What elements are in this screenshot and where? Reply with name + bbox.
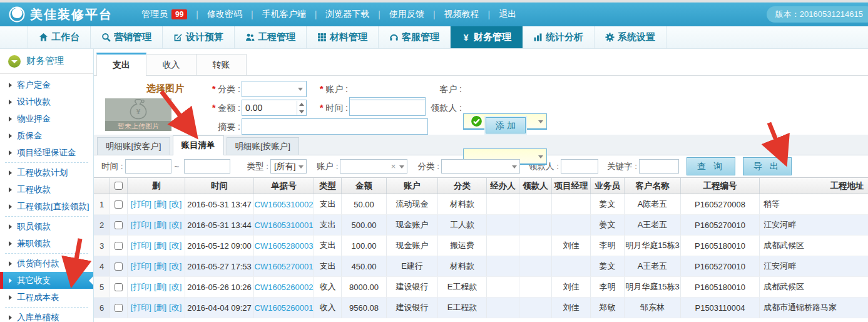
row-checkbox[interactable] [115, 304, 123, 312]
tab-支出[interactable]: 支出 [96, 53, 146, 76]
type-select[interactable]: [所有] [270, 159, 307, 174]
sidebar-item-质保金[interactable]: 质保金 [0, 127, 93, 144]
row-checkbox[interactable] [115, 242, 123, 250]
doc-number-link[interactable]: CW1605310001 [255, 221, 314, 230]
row-checkbox[interactable] [115, 221, 123, 229]
row-checkbox[interactable] [115, 262, 123, 271]
subtab-账目清单[interactable]: 账目清单 [173, 135, 224, 155]
sidebar-item-工程收款计划[interactable]: 工程收款计划 [0, 164, 93, 181]
nav-item-label: 材料管理 [330, 31, 367, 43]
sidebar-item-供货商付款[interactable]: 供货商付款 [0, 255, 93, 272]
notification-badge[interactable]: 99 [171, 9, 187, 19]
sidebar-item-入库单稽核[interactable]: 入库单稽核 [0, 309, 93, 322]
range-separator: ~ [175, 162, 180, 171]
edit-link[interactable]: [改] [169, 281, 181, 293]
doc-number-link[interactable]: CW1605280003 [255, 241, 314, 251]
delete-link[interactable]: [删] [154, 281, 166, 293]
app-logo[interactable]: 美佳装修平台 [9, 6, 113, 23]
topbar-link-视频教程[interactable]: 视频教程 [444, 9, 479, 20]
topbar-link-使用反馈[interactable]: 使用反馈 [389, 9, 424, 20]
nav-item-统计分析[interactable]: 统计分析 [523, 26, 595, 48]
cell-operator [487, 236, 519, 256]
admin-entry[interactable]: 管理员 99 [141, 9, 187, 20]
collapse-icon[interactable] [8, 55, 21, 68]
tab-收入[interactable]: 收入 [146, 54, 197, 75]
nav-item-财务管理[interactable]: ¥财务管理 [451, 26, 523, 48]
sidebar-item-设计收款[interactable]: 设计收款 [0, 93, 93, 110]
delete-link[interactable]: [删] [154, 199, 166, 210]
topbar-link-修改密码[interactable]: 修改密码 [207, 9, 242, 20]
edit-link[interactable]: [改] [169, 219, 181, 231]
nav-item-工程管理[interactable]: 工程管理 [235, 26, 307, 48]
cell-operator [487, 277, 519, 298]
subtab-明细账[按账户][interactable]: 明细账[按账户] [227, 137, 300, 155]
edit-link[interactable]: [改] [169, 240, 181, 251]
delete-link[interactable]: [删] [154, 219, 166, 231]
account-filter-select[interactable]: × [340, 159, 407, 174]
nav-item-营销管理[interactable]: 营销管理 [91, 26, 163, 48]
cell-customer: A王老五 [625, 256, 681, 277]
sidebar-item-工程收款[interactable]: 工程收款 [0, 181, 93, 198]
nav-item-设计预算[interactable]: 设计预算 [163, 26, 235, 48]
category-filter-select[interactable] [441, 159, 520, 174]
edit-link[interactable]: [改] [169, 261, 181, 272]
nav-item-工作台[interactable]: 工作台 [28, 26, 91, 48]
delete-link[interactable]: [删] [154, 302, 166, 313]
sidebar-item-职员领款[interactable]: 职员领款 [0, 218, 93, 235]
time-from-input[interactable] [125, 159, 171, 174]
print-link[interactable]: [打印] [131, 199, 151, 210]
doc-number-link[interactable]: CW1605260002 [255, 283, 314, 292]
sidebar-item-物业押金[interactable]: 物业押金 [0, 110, 93, 127]
tab-转账[interactable]: 转账 [197, 54, 247, 75]
clear-icon[interactable]: × [391, 160, 396, 173]
amount-input[interactable]: 0.00 [242, 100, 307, 116]
row-actions: [打印][删][改] [131, 281, 182, 293]
edit-link[interactable]: [改] [169, 302, 181, 313]
select-all-checkbox[interactable] [115, 182, 123, 190]
add-button[interactable]: 添 加 [486, 117, 526, 133]
print-link[interactable]: [打印] [131, 302, 151, 313]
print-link[interactable]: [打印] [131, 240, 151, 251]
sidebar-item-工程领款[直接领款][interactable]: 工程领款[直接领款] [0, 198, 93, 215]
sidebar-item-兼职领款[interactable]: 兼职领款 [0, 235, 93, 252]
cell-account: 建设银行 [387, 298, 438, 318]
header-cell-check[interactable] [110, 178, 128, 194]
topbar-link-退出[interactable]: 退出 [499, 9, 516, 20]
row-checkbox[interactable] [115, 283, 123, 291]
delete-link[interactable]: [删] [154, 261, 166, 272]
payee-filter-input[interactable] [561, 159, 598, 174]
category-select[interactable] [242, 81, 307, 97]
search-button[interactable]: 查 询 [687, 157, 735, 175]
export-button[interactable]: 导 出 [743, 157, 792, 175]
row-checkbox[interactable] [115, 200, 123, 209]
doc-number-link[interactable]: CW1605260001 [255, 303, 314, 313]
keyword-input[interactable] [639, 159, 679, 174]
time-to-input[interactable] [184, 159, 230, 174]
sidebar-item-label: 供货商付款 [17, 259, 59, 268]
nav-item-材料管理[interactable]: 材料管理 [307, 26, 379, 48]
subtab-明细账[按客户][interactable]: 明细账[按客户] [97, 137, 170, 155]
sidebar-item-其它收支[interactable]: 其它收支 [0, 272, 93, 289]
nav-item-客服管理[interactable]: 客服管理 [379, 26, 451, 48]
doc-number-link[interactable]: CW1605270001 [255, 262, 314, 271]
print-link[interactable]: [打印] [131, 281, 151, 293]
sidebar-item-项目经理保证金[interactable]: 项目经理保证金 [0, 144, 93, 161]
choose-image-label[interactable]: 选择图片 [146, 83, 184, 95]
edit-link[interactable]: [改] [169, 199, 181, 210]
topbar-link-手机客户端[interactable]: 手机客户端 [262, 9, 306, 20]
nav-item-系统设置[interactable]: 系统设置 [595, 26, 666, 48]
image-placeholder[interactable]: ¥ 暂未上传图片 [105, 98, 171, 131]
delete-link[interactable]: [删] [154, 240, 166, 251]
topbar-link-浏览器下载[interactable]: 浏览器下载 [325, 9, 369, 20]
doc-number-link[interactable]: CW1605310002 [255, 200, 314, 209]
filter-category-label: 分类 : [417, 161, 439, 172]
header-cell-account: 账户 [387, 178, 438, 194]
sidebar-header[interactable]: 财务管理 [0, 49, 93, 74]
print-link[interactable]: [打印] [131, 219, 151, 231]
sidebar-item-工程成本表[interactable]: 工程成本表 [0, 289, 93, 306]
sidebar-items: 客户定金设计收款物业押金质保金项目经理保证金工程收款计划工程收款工程领款[直接领… [0, 74, 93, 322]
summary-input[interactable] [242, 118, 428, 135]
menu-separator: | [315, 9, 317, 19]
sidebar-item-客户定金[interactable]: 客户定金 [0, 76, 93, 93]
print-link[interactable]: [打印] [131, 261, 151, 272]
